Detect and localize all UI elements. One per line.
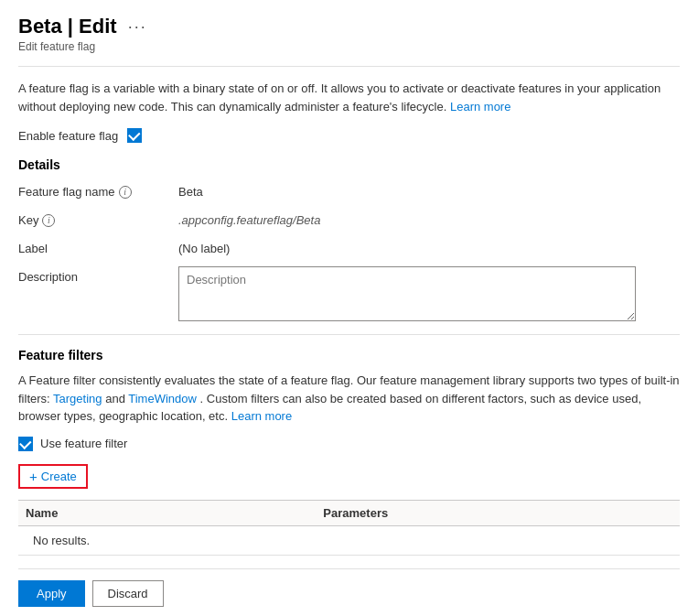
no-results-text: No results. — [26, 526, 97, 555]
description-textarea[interactable] — [178, 266, 636, 321]
use-filter-label: Use feature filter — [40, 437, 127, 450]
intro-text: A feature flag is a variable with a bina… — [18, 81, 660, 113]
create-button[interactable]: + Create — [18, 464, 88, 489]
use-filter-checkbox[interactable] — [18, 437, 33, 451]
targeting-label: Targeting — [53, 392, 102, 405]
footer-buttons: Apply Discard — [18, 580, 680, 607]
label-field-label: Label — [18, 238, 178, 255]
feature-flag-name-label: Feature flag name i — [18, 181, 178, 199]
key-info-icon[interactable]: i — [42, 214, 55, 227]
page-title: Beta | Edit — [18, 15, 117, 38]
timewindow-label: TimeWindow — [128, 392, 197, 405]
use-filter-row: Use feature filter — [18, 437, 680, 451]
label-row: Label (No label) — [18, 238, 680, 255]
details-section-title: Details — [18, 157, 680, 172]
table-col-name-header: Name — [18, 500, 316, 525]
key-row: Key i .appconfig.featureflag/Beta — [18, 210, 680, 227]
table-col-actions-header — [614, 500, 680, 525]
enable-row: Enable feature flag — [18, 128, 680, 143]
table-col-params-header: Parameters — [316, 500, 613, 525]
key-label: Key i — [18, 210, 178, 227]
apply-button[interactable]: Apply — [18, 580, 85, 607]
label-value: (No label) — [178, 238, 230, 255]
feature-filters-learn-more-link[interactable]: Learn more — [231, 409, 292, 423]
feature-filters-divider — [18, 334, 680, 335]
feature-filters-title: Feature filters — [18, 348, 680, 362]
page-subtitle: Edit feature flag — [18, 40, 680, 53]
feature-flag-name-value: Beta — [178, 181, 203, 199]
feature-filters-desc: A Feature filter consistently evaluates … — [18, 372, 680, 426]
table-no-results-cell: No results. — [18, 525, 680, 555]
and-label: and — [105, 392, 125, 405]
table-header-row: Name Parameters — [18, 500, 680, 525]
header-divider — [18, 66, 680, 67]
feature-filters-table: Name Parameters No results. — [18, 500, 680, 556]
feature-flag-name-row: Feature flag name i Beta — [18, 181, 680, 199]
intro-learn-more-link[interactable]: Learn more — [450, 100, 510, 113]
ellipsis-button[interactable]: ··· — [124, 16, 151, 38]
create-plus-icon: + — [29, 470, 38, 483]
description-label: Description — [18, 266, 178, 284]
key-value: .appconfig.featureflag/Beta — [178, 210, 320, 227]
description-row: Description — [18, 266, 680, 321]
create-label: Create — [41, 470, 77, 483]
enable-checkbox[interactable] — [127, 128, 142, 143]
footer-divider — [18, 568, 680, 569]
discard-button[interactable]: Discard — [92, 580, 164, 607]
intro-description: A feature flag is a variable with a bina… — [18, 80, 680, 115]
enable-label: Enable feature flag — [18, 129, 118, 143]
page-title-row: Beta | Edit ··· — [18, 15, 680, 38]
page-container: Beta | Edit ··· Edit feature flag A feat… — [0, 0, 698, 616]
feature-flag-name-info-icon[interactable]: i — [119, 186, 132, 199]
table-no-results-row: No results. — [18, 525, 680, 555]
